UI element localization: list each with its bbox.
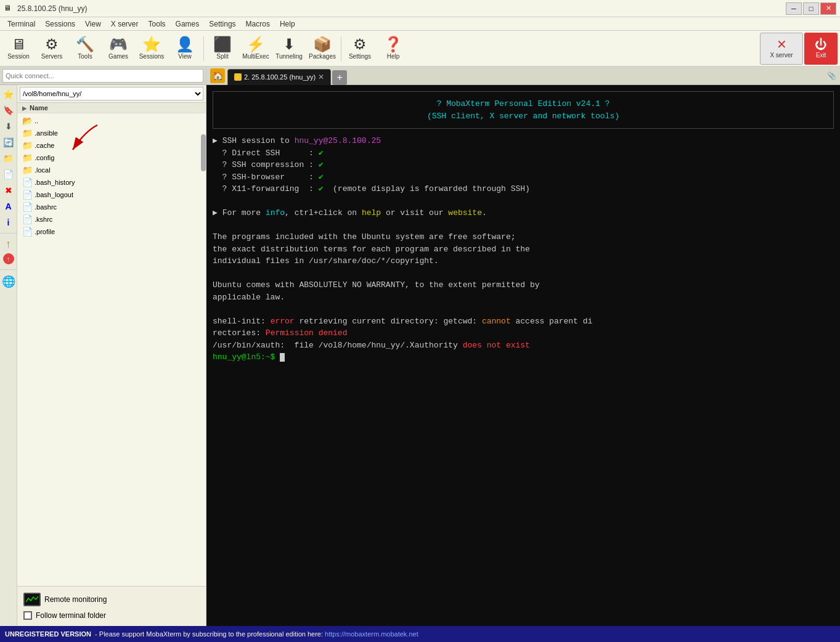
prompt-line: hnu_yy@ln5:~$ [213, 351, 834, 364]
toolbar-sessions[interactable]: ⭐ Sessions [136, 33, 168, 65]
new-tab-button[interactable]: + [332, 70, 347, 85]
monitor-display [23, 593, 41, 606]
toolbar-packages[interactable]: 📦 Packages [306, 33, 338, 65]
file-item-config[interactable]: 📁 .config [17, 152, 206, 164]
app-icon: 🖥 [4, 4, 14, 14]
file-item-parent[interactable]: 📂 .. [17, 115, 206, 127]
toolbar-xserver[interactable]: ✕ X server [760, 33, 803, 65]
remote-monitoring-button[interactable]: Remote monitoring [21, 590, 202, 609]
toolbar-session[interactable]: 🖥 Session [2, 33, 35, 65]
ssh-compression-line: ? SSH compression : ✔ [213, 159, 834, 171]
menu-bar: Terminal Sessions View X server Tools Ga… [0, 17, 840, 31]
toolbar-tunneling-label: Tunneling [275, 53, 303, 60]
file-name-config: .config [35, 154, 54, 161]
menu-sessions[interactable]: Sessions [40, 18, 80, 30]
sidebar-icon-circle-arrow[interactable]: ↑ [3, 253, 14, 264]
menu-help[interactable]: Help [275, 18, 300, 30]
welcome-line1: ? MobaXterm Personal Edition v24.1 ? [222, 98, 825, 110]
terminal-output[interactable]: ? MobaXterm Personal Edition v24.1 ? (SS… [206, 85, 840, 626]
tab-ssh-session[interactable]: ⚡ 2. 25.8.100.25 (hnu_yy) ✕ [227, 69, 331, 85]
sidebar-icon-refresh[interactable]: 🔄 [2, 136, 15, 149]
quick-connect-input[interactable] [2, 69, 203, 83]
sidebar-icon-folder[interactable]: 📁 [2, 152, 15, 165]
file-name-kshrc: .kshrc [35, 216, 52, 223]
xauth-line: /usr/bin/xauth: file /vol8/home/hnu_yy/.… [213, 339, 834, 352]
sidebar-icon-down[interactable]: ⬇ [2, 120, 15, 133]
toolbar-multiexec[interactable]: ⚡ MultiExec [240, 33, 272, 65]
minimize-button[interactable]: ─ [786, 2, 802, 15]
toolbar-servers-label: Servers [41, 53, 62, 60]
follow-folder-checkbox[interactable] [23, 611, 32, 620]
programs-line2: the exact distribution terms for each pr… [213, 243, 834, 256]
toolbar-xserver-label: X server [770, 52, 793, 59]
maximize-button[interactable]: □ [803, 2, 819, 15]
mobatek-link[interactable]: https://mobaxterm.mobatek.net [325, 630, 418, 638]
nav-home-button[interactable]: 🏠 [210, 68, 225, 83]
tab-close-button[interactable]: ✕ [318, 73, 324, 81]
toolbar-settings[interactable]: ⚙ Settings [344, 33, 376, 65]
folder-icon-local: 📁 [22, 165, 32, 175]
session-icon: 🖥 [11, 37, 26, 52]
file-icon-bashrc: 📄 [22, 202, 32, 212]
error-line2: rectories: Permission denied [213, 327, 834, 339]
sidebar-icon-star[interactable]: ⭐ [2, 87, 15, 101]
menu-games[interactable]: Games [171, 18, 205, 30]
sidebar-icon-delete[interactable]: ✖ [2, 184, 15, 197]
window-controls: ─ □ ✕ [786, 2, 836, 15]
toolbar-tools[interactable]: 🔨 Tools [69, 33, 101, 65]
sidebar-icon-pointer[interactable]: ↑ [2, 237, 15, 251]
file-item-kshrc[interactable]: 📄 .kshrc [17, 213, 206, 226]
sidebar-icon-globe[interactable]: 🌐 [2, 275, 15, 288]
file-name-parent: .. [35, 117, 38, 124]
folder-icon-parent: 📂 [22, 116, 32, 126]
help-icon: ❓ [384, 37, 402, 52]
title-bar: 🖥 25.8.100.25 (hnu_yy) ─ □ ✕ [0, 0, 840, 17]
toolbar-view[interactable]: 👤 View [169, 33, 201, 65]
file-item-bash-logout[interactable]: 📄 .bash_logout [17, 189, 206, 201]
toolbar-split[interactable]: ⬛ Split [206, 33, 239, 65]
file-icon-kshrc: 📄 [22, 214, 32, 224]
file-item-bash-history[interactable]: 📄 .bash_history [17, 176, 206, 189]
path-selector[interactable]: /vol8/home/hnu_yy/ [20, 87, 203, 100]
menu-xserver[interactable]: X server [106, 18, 144, 30]
status-text: - Please support MobaXterm by subscribin… [91, 630, 325, 638]
file-name-bash-history: .bash_history [35, 179, 75, 186]
menu-terminal[interactable]: Terminal [2, 18, 40, 30]
file-tree: 📂 .. 📁 .ansible 📁 .cache 📁 [17, 113, 206, 586]
toolbar-sessions-label: Sessions [139, 53, 165, 60]
error-line1: shell-init: error retrieving current dir… [213, 315, 834, 328]
file-item-ansible[interactable]: 📁 .ansible [17, 127, 206, 139]
sidebar-icon-bookmark[interactable]: 🔖 [2, 104, 15, 117]
toolbar-split-label: Split [216, 53, 228, 60]
toolbar-view-label: View [178, 53, 192, 60]
session-info: ▶ SSH session to hnu_yy@25.8.100.25 [213, 135, 834, 147]
toolbar-exit[interactable]: ⏻ Exit [804, 33, 838, 65]
tab-icon: ⚡ [234, 73, 242, 81]
follow-folder-label: Follow terminal folder [36, 611, 106, 620]
sidebar-icon-file[interactable]: 📄 [2, 168, 15, 181]
toolbar-help[interactable]: ❓ Help [377, 33, 409, 65]
file-item-local[interactable]: 📁 .local [17, 164, 206, 176]
toolbar-servers[interactable]: ⚙ Servers [36, 33, 68, 65]
games-icon: 🎮 [109, 37, 128, 52]
packages-icon: 📦 [313, 37, 332, 52]
menu-view[interactable]: View [80, 18, 106, 30]
sidebar-icon-text[interactable]: A [2, 200, 15, 213]
toolbar-tunneling[interactable]: ⬇ Tunneling [273, 33, 305, 65]
file-item-bashrc[interactable]: 📄 .bashrc [17, 201, 206, 213]
close-button[interactable]: ✕ [820, 2, 836, 15]
menu-settings[interactable]: Settings [204, 18, 240, 30]
tunneling-icon: ⬇ [283, 37, 295, 52]
title-text: 25.8.100.25 (hnu_yy) [17, 4, 786, 13]
folder-icon-ansible: 📁 [22, 128, 32, 138]
file-item-cache[interactable]: 📁 .cache [17, 139, 206, 152]
menu-tools[interactable]: Tools [144, 18, 171, 30]
menu-macros[interactable]: Macros [241, 18, 275, 30]
follow-terminal-folder[interactable]: Follow terminal folder [21, 609, 202, 622]
file-item-profile[interactable]: 📄 .profile [17, 226, 206, 238]
split-icon: ⬛ [213, 37, 232, 52]
sidebar-icon-info[interactable]: i [2, 216, 15, 229]
scrollbar-thumb[interactable] [201, 134, 206, 171]
expand-icon: ▶ [22, 105, 27, 112]
toolbar-games[interactable]: 🎮 Games [102, 33, 134, 65]
